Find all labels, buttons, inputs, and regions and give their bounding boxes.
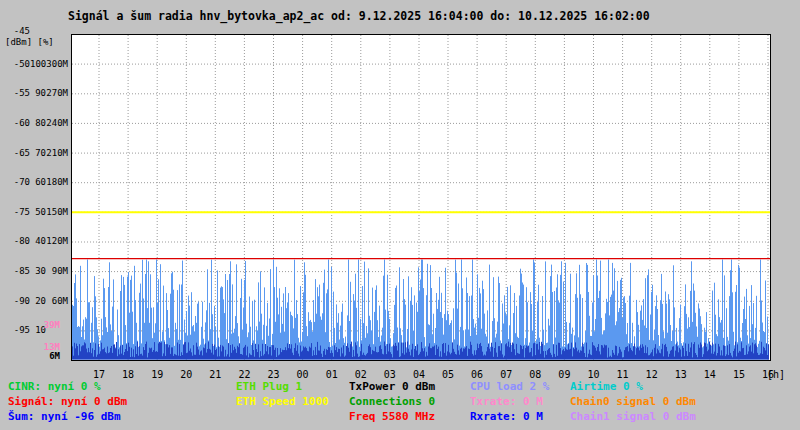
y-tick-rate: 120M [46,236,68,246]
y-tick-dbm: -75 [0,207,30,217]
legend-item: Chain0 signal 0 dBm [570,395,696,408]
legend-item: Freq 5580 MHz [349,410,435,423]
legend-item: CINR: nyní 0 % [8,380,101,393]
y-tick-dbm: -85 [0,266,30,276]
x-tick-label: 03 [380,369,400,380]
x-tick-label: 14 [700,369,720,380]
y-tick-rate: 60M [46,296,68,306]
legend-item: Šum: nyní -96 dBm [8,410,121,423]
y-tick-percent: 40 [30,236,46,246]
y-axis-top-tick: -45 [0,26,30,36]
legend-item: Connections 0 [349,395,435,408]
x-tick-label: 00 [293,369,313,380]
signal-noise-graph: Signál a šum radia hnv_bytovka_ap2_ac od… [0,0,800,430]
x-tick-label: 09 [554,369,574,380]
x-tick-label: 22 [234,369,254,380]
legend-item: Signál: nyní 0 dBm [8,395,127,408]
y-tick-dbm: -80 [0,236,30,246]
y-tick-dbm: -90 [0,296,30,306]
x-tick-label: 11 [613,369,633,380]
x-tick-label: 18 [118,369,138,380]
y-axis-row: -902060M [0,296,68,306]
y-tick-dbm: -70 [0,177,30,187]
y-tick-percent: 90 [30,88,46,98]
y-tick-rate: 90M [46,266,68,276]
legend-item: Rxrate: 0 M [470,410,543,423]
x-tick-label: 10 [583,369,603,380]
x-tick-label: 04 [409,369,429,380]
x-tick-label: 07 [496,369,516,380]
legend-item: Chain1 signal 0 dBm [570,410,696,423]
x-tick-label: 01 [322,369,342,380]
y-axis-units-label: [dBm] [%] [5,37,54,47]
legend-item: TxPower 0 dBm [349,380,435,393]
legend-item: Txrate: 0 M [470,395,543,408]
y-tick-rate: 240M [46,118,68,128]
y-tick-rate: 270M [46,88,68,98]
y-axis-row: -50100300M [0,59,68,69]
y-tick-percent: 20 [30,296,46,306]
graph-title: Signál a šum radia hnv_bytovka_ap2_ac od… [68,9,650,23]
y-axis-row: -853090M [0,266,68,276]
y-axis-row: -5590270M [0,88,68,98]
x-tick-label: 15 [729,369,749,380]
x-tick-label: 23 [264,369,284,380]
y-tick-percent: 30 [30,266,46,276]
y-tick-percent: 70 [30,148,46,158]
y-axis-row: -6570210M [0,148,68,158]
y-tick-dbm: -60 [0,118,30,128]
x-tick-label: 13 [671,369,691,380]
y-tick-dbm: -65 [0,148,30,158]
x-tick-label: 17 [89,369,109,380]
x-axis-unit-label: [h] [767,369,785,380]
y-tick-rate: 150M [46,207,68,217]
legend-item: ETH Plug 1 [236,380,302,393]
plot-area [71,34,771,361]
y-tick-percent: 100 [30,59,46,69]
y-axis-row: -7550150M [0,207,68,217]
y-tick-rate: 210M [46,148,68,158]
rate-extra-label: 39M [8,320,60,330]
y-axis-row: -7060180M [0,177,68,187]
x-tick-label: 12 [642,369,662,380]
y-tick-percent: 60 [30,177,46,187]
y-axis-row: -8040120M [0,236,68,246]
legend-item: ETH Speed 1000 [236,395,329,408]
x-tick-label: 08 [525,369,545,380]
x-tick-label: 19 [147,369,167,380]
x-tick-label: 06 [467,369,487,380]
y-tick-rate: 180M [46,177,68,187]
x-tick-label: 20 [176,369,196,380]
y-tick-rate: 300M [46,59,68,69]
y-tick-dbm: -50 [0,59,30,69]
y-axis-row: -6080240M [0,118,68,128]
y-tick-percent: 80 [30,118,46,128]
legend-item: CPU load 2 % [470,380,549,393]
rate-extra-label: 6M [8,351,60,361]
x-tick-label: 02 [351,369,371,380]
y-tick-dbm: -55 [0,88,30,98]
x-tick-label: 05 [438,369,458,380]
x-tick-label: 21 [205,369,225,380]
y-tick-percent: 50 [30,207,46,217]
legend-item: Airtime 0 % [570,380,643,393]
